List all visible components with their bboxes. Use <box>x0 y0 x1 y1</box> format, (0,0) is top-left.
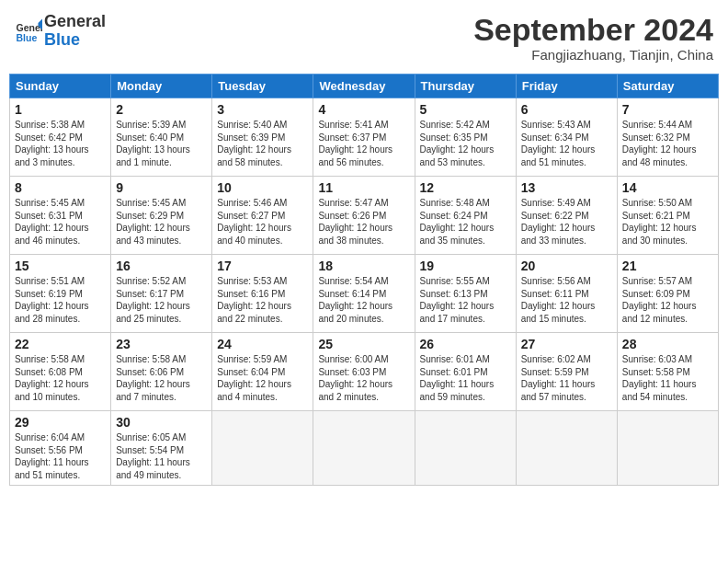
calendar-cell: 30Sunrise: 6:05 AM Sunset: 5:54 PM Dayli… <box>111 411 212 486</box>
day-number: 14 <box>622 180 713 195</box>
month-title: September 2024 <box>473 13 713 47</box>
day-info: Sunrise: 5:43 AM Sunset: 6:34 PM Dayligh… <box>521 119 612 168</box>
day-info: Sunrise: 5:45 AM Sunset: 6:31 PM Dayligh… <box>15 197 106 247</box>
day-number: 18 <box>318 259 409 273</box>
calendar-cell: 22Sunrise: 5:58 AM Sunset: 6:08 PM Dayli… <box>10 333 111 411</box>
calendar-cell: 2Sunrise: 5:39 AM Sunset: 6:40 PM Daylig… <box>111 98 212 177</box>
calendar-cell: 9Sunrise: 5:45 AM Sunset: 6:29 PM Daylig… <box>111 177 212 255</box>
day-info: Sunrise: 5:59 AM Sunset: 6:04 PM Dayligh… <box>217 353 308 403</box>
calendar-cell: 12Sunrise: 5:48 AM Sunset: 6:24 PM Dayli… <box>415 177 516 255</box>
day-info: Sunrise: 6:01 AM Sunset: 6:01 PM Dayligh… <box>420 353 511 403</box>
header-tuesday: Tuesday <box>212 75 313 98</box>
day-number: 4 <box>318 102 409 117</box>
day-info: Sunrise: 5:58 AM Sunset: 6:06 PM Dayligh… <box>116 353 207 403</box>
calendar-cell: 8Sunrise: 5:45 AM Sunset: 6:31 PM Daylig… <box>10 177 111 255</box>
day-info: Sunrise: 5:50 AM Sunset: 6:21 PM Dayligh… <box>622 197 713 247</box>
day-number: 19 <box>420 259 511 273</box>
day-number: 28 <box>622 337 713 351</box>
day-info: Sunrise: 5:56 AM Sunset: 6:11 PM Dayligh… <box>521 275 612 325</box>
calendar-week-row: 1Sunrise: 5:38 AM Sunset: 6:42 PM Daylig… <box>10 98 719 177</box>
calendar-cell: 25Sunrise: 6:00 AM Sunset: 6:03 PM Dayli… <box>313 333 415 411</box>
svg-text:Blue: Blue <box>17 31 38 42</box>
logo-icon: General Blue <box>15 17 42 45</box>
day-number: 17 <box>217 259 308 273</box>
calendar-cell: 7Sunrise: 5:44 AM Sunset: 6:32 PM Daylig… <box>617 98 718 177</box>
day-number: 8 <box>15 180 106 195</box>
day-info: Sunrise: 5:40 AM Sunset: 6:39 PM Dayligh… <box>217 119 308 168</box>
day-info: Sunrise: 6:02 AM Sunset: 5:59 PM Dayligh… <box>521 353 612 403</box>
calendar-cell <box>617 411 718 486</box>
header-saturday: Saturday <box>617 75 718 98</box>
calendar-week-row: 15Sunrise: 5:51 AM Sunset: 6:19 PM Dayli… <box>10 255 719 333</box>
calendar-cell: 28Sunrise: 6:03 AM Sunset: 5:58 PM Dayli… <box>617 333 718 411</box>
calendar-week-row: 22Sunrise: 5:58 AM Sunset: 6:08 PM Dayli… <box>10 333 719 411</box>
calendar-cell: 4Sunrise: 5:41 AM Sunset: 6:37 PM Daylig… <box>313 98 415 177</box>
day-info: Sunrise: 5:52 AM Sunset: 6:17 PM Dayligh… <box>116 275 207 325</box>
day-number: 24 <box>217 337 308 351</box>
day-number: 7 <box>622 102 713 117</box>
header-monday: Monday <box>111 75 212 98</box>
day-number: 26 <box>420 337 511 351</box>
calendar-cell: 18Sunrise: 5:54 AM Sunset: 6:14 PM Dayli… <box>313 255 415 333</box>
day-number: 20 <box>521 259 612 273</box>
logo: General Blue GeneralBlue <box>15 13 106 50</box>
calendar-cell: 5Sunrise: 5:42 AM Sunset: 6:35 PM Daylig… <box>415 98 516 177</box>
day-number: 25 <box>318 337 409 351</box>
day-number: 16 <box>116 259 207 273</box>
calendar-cell: 26Sunrise: 6:01 AM Sunset: 6:01 PM Dayli… <box>415 333 516 411</box>
calendar-cell: 1Sunrise: 5:38 AM Sunset: 6:42 PM Daylig… <box>10 98 111 177</box>
calendar-cell: 16Sunrise: 5:52 AM Sunset: 6:17 PM Dayli… <box>111 255 212 333</box>
calendar-week-row: 29Sunrise: 6:04 AM Sunset: 5:56 PM Dayli… <box>10 411 719 486</box>
day-number: 2 <box>116 102 207 117</box>
day-info: Sunrise: 6:00 AM Sunset: 6:03 PM Dayligh… <box>318 353 409 403</box>
day-info: Sunrise: 5:58 AM Sunset: 6:08 PM Dayligh… <box>15 353 106 403</box>
day-info: Sunrise: 5:41 AM Sunset: 6:37 PM Dayligh… <box>318 119 409 168</box>
calendar-cell: 6Sunrise: 5:43 AM Sunset: 6:34 PM Daylig… <box>516 98 617 177</box>
day-info: Sunrise: 5:53 AM Sunset: 6:16 PM Dayligh… <box>217 275 308 325</box>
day-info: Sunrise: 5:45 AM Sunset: 6:29 PM Dayligh… <box>116 197 207 247</box>
calendar-cell: 19Sunrise: 5:55 AM Sunset: 6:13 PM Dayli… <box>415 255 516 333</box>
day-number: 12 <box>420 180 511 195</box>
day-number: 5 <box>420 102 511 117</box>
day-info: Sunrise: 5:42 AM Sunset: 6:35 PM Dayligh… <box>420 119 511 168</box>
day-info: Sunrise: 5:44 AM Sunset: 6:32 PM Dayligh… <box>622 119 713 168</box>
day-info: Sunrise: 5:39 AM Sunset: 6:40 PM Dayligh… <box>116 119 207 168</box>
day-info: Sunrise: 5:51 AM Sunset: 6:19 PM Dayligh… <box>15 275 106 325</box>
calendar-cell: 11Sunrise: 5:47 AM Sunset: 6:26 PM Dayli… <box>313 177 415 255</box>
title-block: September 2024 Fangjiazhuang, Tianjin, C… <box>473 13 713 63</box>
calendar-cell <box>516 411 617 486</box>
calendar-table: SundayMondayTuesdayWednesdayThursdayFrid… <box>9 74 719 486</box>
day-number: 15 <box>15 259 106 273</box>
logo-text: GeneralBlue <box>44 13 106 50</box>
header-thursday: Thursday <box>415 75 516 98</box>
calendar-cell: 24Sunrise: 5:59 AM Sunset: 6:04 PM Dayli… <box>212 333 313 411</box>
calendar-cell: 29Sunrise: 6:04 AM Sunset: 5:56 PM Dayli… <box>10 411 111 486</box>
day-info: Sunrise: 5:54 AM Sunset: 6:14 PM Dayligh… <box>318 275 409 325</box>
calendar-cell: 17Sunrise: 5:53 AM Sunset: 6:16 PM Dayli… <box>212 255 313 333</box>
day-number: 6 <box>521 102 612 117</box>
day-number: 21 <box>622 259 713 273</box>
calendar-week-row: 8Sunrise: 5:45 AM Sunset: 6:31 PM Daylig… <box>10 177 719 255</box>
day-number: 13 <box>521 180 612 195</box>
calendar-cell <box>415 411 516 486</box>
day-number: 27 <box>521 337 612 351</box>
calendar-cell: 23Sunrise: 5:58 AM Sunset: 6:06 PM Dayli… <box>111 333 212 411</box>
calendar-cell: 13Sunrise: 5:49 AM Sunset: 6:22 PM Dayli… <box>516 177 617 255</box>
day-number: 23 <box>116 337 207 351</box>
day-number: 3 <box>217 102 308 117</box>
day-info: Sunrise: 5:38 AM Sunset: 6:42 PM Dayligh… <box>15 119 106 168</box>
calendar-cell <box>313 411 415 486</box>
calendar-cell: 15Sunrise: 5:51 AM Sunset: 6:19 PM Dayli… <box>10 255 111 333</box>
day-info: Sunrise: 5:48 AM Sunset: 6:24 PM Dayligh… <box>420 197 511 247</box>
calendar-cell: 20Sunrise: 5:56 AM Sunset: 6:11 PM Dayli… <box>516 255 617 333</box>
calendar-cell <box>212 411 313 486</box>
day-info: Sunrise: 6:05 AM Sunset: 5:54 PM Dayligh… <box>116 431 207 481</box>
day-number: 1 <box>15 102 106 117</box>
header-friday: Friday <box>516 75 617 98</box>
day-info: Sunrise: 6:03 AM Sunset: 5:58 PM Dayligh… <box>622 353 713 403</box>
location-subtitle: Fangjiazhuang, Tianjin, China <box>473 47 713 63</box>
day-number: 11 <box>318 180 409 195</box>
day-number: 22 <box>15 337 106 351</box>
calendar-cell: 21Sunrise: 5:57 AM Sunset: 6:09 PM Dayli… <box>617 255 718 333</box>
day-number: 9 <box>116 180 207 195</box>
